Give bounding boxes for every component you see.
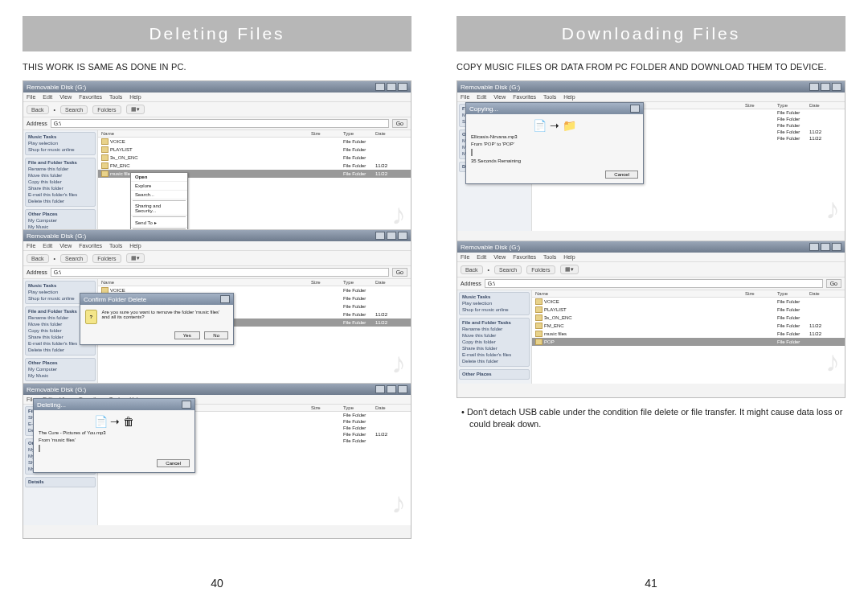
- col-name[interactable]: Name: [535, 291, 745, 296]
- views-button[interactable]: ▦▾: [126, 105, 145, 114]
- menu-favorites[interactable]: Favorites: [513, 94, 536, 100]
- menu-help[interactable]: Help: [563, 94, 575, 100]
- task-item[interactable]: Delete this folder: [462, 358, 526, 364]
- menu-tools[interactable]: Tools: [109, 94, 122, 100]
- col-size[interactable]: Size: [311, 405, 343, 410]
- task-item[interactable]: Rename this folder: [28, 166, 92, 172]
- task-item[interactable]: Delete this folder: [28, 347, 92, 353]
- folders-button[interactable]: Folders: [92, 254, 121, 263]
- minimize-button[interactable]: [809, 243, 819, 251]
- task-item[interactable]: Play selection: [462, 300, 526, 306]
- file-row-selected[interactable]: POPFile Folder: [532, 338, 845, 346]
- col-date[interactable]: Date: [809, 103, 841, 108]
- address-field[interactable]: G:\: [51, 268, 389, 277]
- place-item[interactable]: My Computer: [28, 217, 92, 224]
- menu-help[interactable]: Help: [563, 254, 575, 260]
- search-button[interactable]: Search: [60, 105, 88, 114]
- back-button[interactable]: Back: [27, 254, 49, 263]
- ctx-sharing[interactable]: Sharing and Security...: [131, 202, 187, 216]
- minimize-button[interactable]: [809, 83, 819, 91]
- menu-edit[interactable]: Edit: [477, 254, 486, 260]
- minimize-button[interactable]: [375, 385, 385, 393]
- file-row[interactable]: VOICEFile Folder: [532, 298, 845, 306]
- address-field[interactable]: G:\: [485, 279, 823, 288]
- menu-edit[interactable]: Edit: [477, 94, 486, 100]
- col-size[interactable]: Size: [745, 291, 777, 296]
- task-item[interactable]: Rename this folder: [462, 326, 526, 332]
- menu-help[interactable]: Help: [129, 94, 141, 100]
- menu-tools[interactable]: Tools: [543, 94, 556, 100]
- minimize-button[interactable]: [375, 232, 385, 240]
- close-button[interactable]: [398, 232, 407, 240]
- menu-file[interactable]: File: [461, 254, 469, 260]
- task-item[interactable]: Delete this folder: [28, 198, 92, 204]
- close-icon[interactable]: [630, 105, 640, 113]
- place-item[interactable]: My Music: [28, 372, 92, 379]
- col-date[interactable]: Date: [375, 405, 407, 410]
- go-button[interactable]: Go: [826, 279, 841, 288]
- col-date[interactable]: Date: [375, 280, 407, 285]
- back-button[interactable]: Back: [461, 265, 483, 274]
- task-item[interactable]: Copy this folder: [462, 339, 526, 345]
- menu-tools[interactable]: Tools: [109, 243, 122, 249]
- close-button[interactable]: [832, 243, 841, 251]
- ctx-sendto[interactable]: Send To ▸: [131, 218, 187, 228]
- search-button[interactable]: Search: [60, 254, 88, 263]
- cancel-button[interactable]: Cancel: [157, 459, 190, 467]
- menu-view[interactable]: View: [493, 254, 506, 260]
- menu-view[interactable]: View: [59, 243, 72, 249]
- yes-button[interactable]: Yes: [174, 331, 200, 339]
- close-button[interactable]: [832, 83, 841, 91]
- close-button[interactable]: [398, 385, 407, 393]
- task-item[interactable]: Play selection: [28, 140, 92, 146]
- maximize-button[interactable]: [821, 243, 830, 251]
- menu-view[interactable]: View: [493, 94, 506, 100]
- task-item[interactable]: Move this folder: [28, 172, 92, 179]
- maximize-button[interactable]: [387, 385, 396, 393]
- back-button[interactable]: Back: [27, 105, 49, 114]
- col-size[interactable]: Size: [745, 103, 777, 108]
- file-row[interactable]: 3s_ON_ENCFile Folder: [98, 154, 411, 162]
- col-size[interactable]: Size: [311, 131, 343, 136]
- task-item[interactable]: Shop for music online: [28, 146, 92, 153]
- menu-favorites[interactable]: Favorites: [79, 243, 102, 249]
- file-row[interactable]: PLAYLISTFile Folder: [532, 306, 845, 314]
- file-row[interactable]: FM_ENCFile Folder11/22: [98, 162, 411, 170]
- menu-file[interactable]: File: [461, 94, 469, 100]
- menu-favorites[interactable]: Favorites: [513, 254, 536, 260]
- menu-view[interactable]: View: [59, 94, 72, 100]
- views-button[interactable]: ▦▾: [560, 265, 579, 274]
- search-button[interactable]: Search: [494, 265, 522, 274]
- go-button[interactable]: Go: [392, 268, 407, 277]
- menu-help[interactable]: Help: [129, 243, 141, 249]
- maximize-button[interactable]: [387, 83, 396, 91]
- ctx-explore[interactable]: Explore: [131, 182, 187, 191]
- col-type[interactable]: Type: [343, 280, 375, 285]
- close-icon[interactable]: [220, 295, 230, 303]
- file-row[interactable]: music filesFile Folder11/22: [532, 330, 845, 338]
- task-item[interactable]: Move this folder: [462, 332, 526, 339]
- col-size[interactable]: Size: [311, 280, 343, 285]
- menu-file[interactable]: File: [27, 243, 35, 249]
- file-row[interactable]: FM_ENCFile Folder11/22: [532, 322, 845, 330]
- folders-button[interactable]: Folders: [92, 105, 121, 114]
- ctx-open[interactable]: Open: [131, 173, 187, 182]
- file-row[interactable]: VOICEFile Folder: [98, 138, 411, 146]
- minimize-button[interactable]: [375, 83, 385, 91]
- task-item[interactable]: E-mail this folder's files: [462, 351, 526, 358]
- task-item[interactable]: E-mail this folder's files: [28, 191, 92, 198]
- col-type[interactable]: Type: [777, 103, 809, 108]
- no-button[interactable]: No: [204, 331, 228, 339]
- task-item[interactable]: Share this folder: [462, 345, 526, 351]
- menu-edit[interactable]: Edit: [43, 94, 52, 100]
- menu-edit[interactable]: Edit: [43, 243, 52, 249]
- views-button[interactable]: ▦▾: [126, 253, 145, 263]
- maximize-button[interactable]: [387, 232, 396, 240]
- col-type[interactable]: Type: [343, 131, 375, 136]
- maximize-button[interactable]: [821, 83, 830, 91]
- place-item[interactable]: My Computer: [28, 366, 92, 372]
- col-name[interactable]: Name: [101, 280, 311, 285]
- ctx-search[interactable]: Search...: [131, 191, 187, 199]
- menu-file[interactable]: File: [27, 94, 35, 100]
- folders-button[interactable]: Folders: [526, 265, 555, 274]
